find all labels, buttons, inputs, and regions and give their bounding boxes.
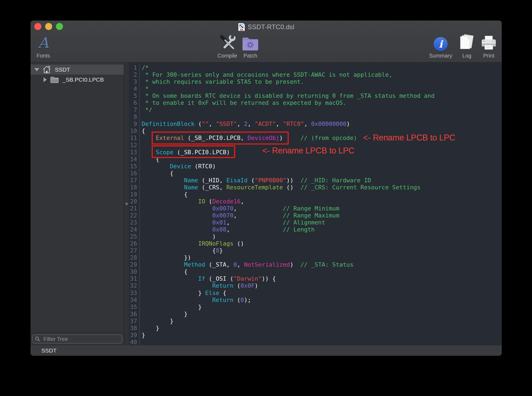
toolbar-label: Fonts <box>36 53 50 59</box>
code-text: } <box>140 318 174 325</box>
code-lines: 1/*2 * For 300-series only and occasions… <box>129 64 502 346</box>
code-line[interactable]: 18 Name (_CRS, ResourceTemplate () // _C… <box>129 184 502 191</box>
code-text <box>140 339 142 346</box>
line-number: 22 <box>129 212 140 219</box>
code-line[interactable]: 1/* <box>129 64 502 71</box>
sidebar-item-lpcb[interactable]: _SB.PCI0.LPCB <box>31 75 124 85</box>
toolbar-button-compile[interactable]: Compile <box>215 32 240 59</box>
code-line[interactable]: 25 ) <box>129 233 502 240</box>
code-line[interactable]: 17 Name (_HID, EisaId ("PNP0B00")) // _H… <box>129 177 502 184</box>
toolbar-button-fonts[interactable]: A Fonts <box>33 32 53 59</box>
toolbar-button-patch[interactable]: Patch <box>241 32 260 59</box>
code-line[interactable]: 36 } <box>129 311 502 318</box>
code-line[interactable]: 3 * which requires variable STAS to be p… <box>129 78 502 85</box>
code-line[interactable]: 5 * On some boards RTC device is disable… <box>129 92 502 99</box>
code-line[interactable]: 35 } <box>129 304 502 311</box>
line-number: 4 <box>129 85 140 92</box>
pane-splitter[interactable] <box>124 62 129 345</box>
code-line[interactable]: 27 {8} <box>129 247 502 254</box>
code-line[interactable]: 34 Return (0); <box>129 297 502 304</box>
code-line[interactable]: 26 IRQNoFlags () <box>129 240 502 247</box>
code-line[interactable]: 20 IO (Decode16, <box>129 198 502 205</box>
sidebar-bottom-divider <box>31 332 124 333</box>
toolbar-button-print[interactable]: Print <box>479 32 498 59</box>
toolbar-button-summary[interactable]: i Summary <box>426 32 455 59</box>
code-line[interactable]: 15 Device (RTC0) <box>129 163 502 170</box>
line-number: 14 <box>129 156 140 163</box>
sidebar-tree: SSDT _SB.PCI0.LPCB <box>31 62 124 345</box>
code-line[interactable]: 23 0x01, // Alignment <box>129 219 502 226</box>
line-number: 10 <box>129 127 140 135</box>
line-number: 28 <box>129 254 140 261</box>
code-line[interactable]: 6 * to enable it 0xF will be returned as… <box>129 99 502 106</box>
code-line[interactable]: 40 <box>129 339 502 346</box>
line-number: 24 <box>129 226 140 233</box>
code-text: * to enable it 0xF will be returned as e… <box>140 99 346 106</box>
code-line[interactable]: 28 }) <box>129 254 502 261</box>
patch-icon <box>242 33 259 51</box>
code-text: ) <box>140 233 216 240</box>
code-line[interactable]: 2 * For 300-series only and occasions wh… <box>129 71 502 78</box>
code-line[interactable]: 33 } Else { <box>129 290 502 297</box>
code-text: IO (Decode16, <box>140 198 244 205</box>
code-line[interactable]: 30 { <box>129 268 502 275</box>
code-line[interactable]: 32 Return (0x0F) <box>129 282 502 289</box>
code-line[interactable]: 4 * <box>129 85 502 92</box>
line-number: 30 <box>129 268 140 275</box>
line-number: 7 <box>129 106 140 113</box>
line-number: 36 <box>129 311 140 318</box>
document-proxy-icon[interactable]: DSL <box>238 23 245 31</box>
code-text: Name (_CRS, ResourceTemplate () // _CRS:… <box>140 184 421 191</box>
code-text <box>140 113 142 120</box>
code-text <box>140 142 142 149</box>
code-text: Method (_STA, 0, NotSerialized) // _STA:… <box>140 261 353 268</box>
toolbar-button-log[interactable]: Log <box>458 32 476 59</box>
splitter-handle-icon <box>125 203 128 205</box>
code-text: If (_OSI ("Darwin")) { <box>140 275 276 282</box>
code-line[interactable]: 8 <box>129 113 502 120</box>
annotation-rename-scope: <- Rename LPCB to LPC <box>262 146 354 156</box>
disclosure-expanded-icon[interactable] <box>34 68 39 71</box>
main-content: SSDT _SB.PCI0.LPCB <box>31 62 502 345</box>
line-number: 12 <box>129 142 140 149</box>
line-number: 3 <box>129 78 140 85</box>
svg-text:DSL: DSL <box>240 29 243 31</box>
code-text: { <box>140 127 145 135</box>
line-number: 38 <box>129 325 140 332</box>
code-line[interactable]: 29 Method (_STA, 0, NotSerialized) // _S… <box>129 261 502 268</box>
line-number: 21 <box>129 205 140 212</box>
title-group: DSL SSDT-RTC0.dsl <box>31 23 502 31</box>
code-line[interactable]: 7 */ <box>129 106 502 113</box>
code-line[interactable]: 16 { <box>129 170 502 177</box>
code-line[interactable]: 24 0x08, // Length <box>129 226 502 233</box>
code-line[interactable]: 22 0x0070, // Range Maximum <box>129 212 502 219</box>
code-line[interactable]: 39} <box>129 332 502 339</box>
fonts-icon: A <box>38 33 49 51</box>
printer-icon <box>481 33 497 51</box>
code-text: * For 300-series only and occasions wher… <box>140 71 392 78</box>
line-number: 37 <box>129 318 140 325</box>
line-number: 31 <box>129 275 140 282</box>
code-text: * On some boards RTC device is disabled … <box>140 92 435 99</box>
code-text: Name (_HID, EisaId ("PNP0B00")) // _HID:… <box>140 177 371 184</box>
line-number: 35 <box>129 304 140 311</box>
code-editor[interactable]: 1/*2 * For 300-series only and occasions… <box>129 62 502 345</box>
code-line[interactable]: 38 } <box>129 325 502 332</box>
line-number: 15 <box>129 163 140 170</box>
code-line[interactable]: 31 If (_OSI ("Darwin")) { <box>129 275 502 282</box>
filter-tree-input[interactable] <box>32 334 122 344</box>
code-text: {8} <box>140 247 223 254</box>
code-line[interactable]: 21 0x0070, // Range Minimum <box>129 205 502 212</box>
line-number: 39 <box>129 332 140 339</box>
line-number: 26 <box>129 240 140 247</box>
code-line[interactable]: 37 } <box>129 318 502 325</box>
line-number: 18 <box>129 184 140 191</box>
disclosure-collapsed-icon[interactable] <box>44 77 47 82</box>
code-line[interactable]: 9DefinitionBlock ("", "SSDT", 2, "ACDT",… <box>129 120 502 127</box>
code-text: 0x01, // Alignment <box>140 219 325 226</box>
code-text: { <box>140 191 188 198</box>
sidebar-item-ssdt[interactable]: SSDT <box>31 65 124 75</box>
line-number: 20 <box>129 198 140 205</box>
compile-icon <box>219 33 236 51</box>
code-line[interactable]: 19 { <box>129 191 502 198</box>
